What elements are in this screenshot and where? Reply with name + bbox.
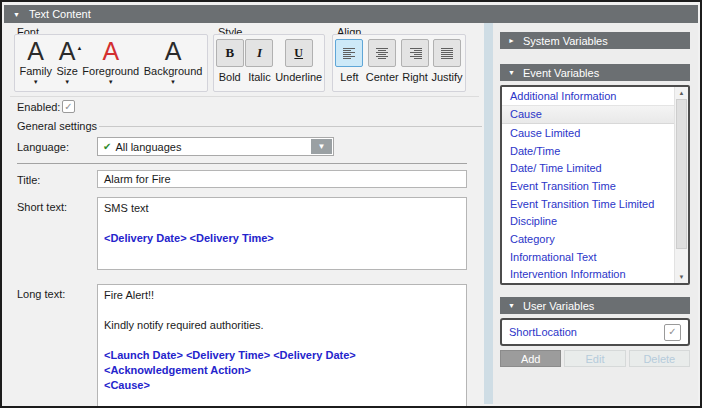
- font-background-icon: A: [165, 39, 182, 64]
- underline-icon: U: [285, 39, 313, 67]
- align-justify-button[interactable]: Justify: [431, 39, 462, 83]
- align-center-icon: [368, 39, 396, 67]
- title-label: Title:: [17, 174, 40, 186]
- user-variable-checkbox[interactable]: ✓: [664, 324, 681, 341]
- section-system-variables[interactable]: ► System Variables: [500, 32, 690, 49]
- align-left-button[interactable]: Left: [335, 39, 363, 83]
- user-variable-name: ShortLocation: [509, 326, 577, 338]
- font-background-label: Background: [144, 65, 203, 77]
- language-dropdown-button[interactable]: ▼: [311, 139, 332, 154]
- align-right-label: Right: [402, 71, 428, 83]
- align-right-button[interactable]: Right: [401, 39, 429, 83]
- font-background-button[interactable]: A Background ▼: [144, 39, 203, 85]
- font-foreground-button[interactable]: A Foreground ▼: [82, 39, 139, 85]
- long-text-line1: Fire Alert!!: [104, 288, 460, 303]
- italic-button[interactable]: I Italic: [245, 39, 273, 83]
- event-variables-list: Additional Information Cause Cause Limit…: [500, 85, 690, 285]
- bold-icon: B: [216, 39, 244, 67]
- align-center-button[interactable]: Center: [366, 39, 399, 83]
- event-variable-item[interactable]: Event Transition Time: [502, 177, 675, 195]
- event-variable-item[interactable]: Intervention Information: [502, 265, 675, 283]
- short-text-label: Short text:: [17, 201, 67, 213]
- style-group: B Bold I Italic U Underline: [213, 34, 325, 92]
- chevron-right-icon: ►: [508, 37, 515, 44]
- font-size-icon: A▲: [59, 39, 76, 64]
- check-icon: ✓: [668, 327, 676, 337]
- chevron-down-icon: ▼: [508, 69, 515, 76]
- scrollbar-thumb[interactable]: [676, 99, 687, 249]
- title-value: Alarm for Fire: [104, 173, 171, 185]
- event-variable-item[interactable]: Cause Limited: [502, 124, 675, 142]
- font-foreground-label: Foreground: [82, 65, 139, 77]
- enabled-checkbox[interactable]: ✓: [62, 100, 75, 113]
- title-input[interactable]: Alarm for Fire: [97, 170, 467, 188]
- user-variable-row[interactable]: ShortLocation ✓: [500, 318, 690, 346]
- add-button[interactable]: Add: [500, 350, 561, 367]
- chevron-down-icon: ▼: [170, 79, 176, 85]
- edit-button[interactable]: Edit: [564, 350, 625, 367]
- long-text-label: Long text:: [17, 288, 65, 300]
- event-variable-item[interactable]: Additional Information: [502, 87, 675, 105]
- panel-divider: [484, 23, 493, 404]
- align-left-icon: [335, 39, 363, 67]
- align-justify-icon: [433, 39, 461, 67]
- scroll-down-icon[interactable]: ▼: [675, 271, 688, 283]
- event-variable-item[interactable]: Discipline: [502, 212, 675, 230]
- chevron-down-icon: ▼: [33, 79, 39, 85]
- event-variable-item[interactable]: Date/ Time Limited: [502, 160, 675, 178]
- check-icon: ✔: [103, 141, 111, 152]
- align-center-label: Center: [366, 71, 399, 83]
- language-label: Language:: [17, 141, 69, 153]
- event-variables-title: Event Variables: [523, 67, 599, 79]
- scrollbar[interactable]: ▲ ▼: [674, 87, 688, 283]
- event-variable-item[interactable]: Date/Time: [502, 142, 675, 160]
- user-variable-actions: Add Edit Delete: [500, 350, 690, 367]
- check-icon: ✓: [64, 102, 72, 112]
- general-settings-label: General settings: [17, 120, 97, 132]
- section-separator: [17, 163, 467, 164]
- language-value: All languages: [115, 141, 181, 153]
- event-variable-item[interactable]: Category: [502, 230, 675, 248]
- italic-icon: I: [245, 39, 273, 67]
- collapse-icon: ▼: [13, 11, 20, 18]
- font-family-button[interactable]: A Family ▼: [20, 39, 52, 85]
- chevron-down-icon: ▼: [64, 79, 70, 85]
- bold-label: Bold: [219, 71, 241, 83]
- scroll-up-icon[interactable]: ▲: [675, 87, 688, 99]
- chevron-down-icon: ▼: [508, 302, 515, 309]
- short-text-line: SMS text: [104, 201, 460, 216]
- align-justify-label: Justify: [431, 71, 462, 83]
- section-user-variables[interactable]: ▼ User Variables: [500, 297, 690, 314]
- long-text-area[interactable]: Fire Alert!! Kindly notify required auth…: [97, 284, 467, 408]
- text-content-panel: ▼ Text Content Font A Family ▼ A▲ Size ▼…: [0, 0, 702, 408]
- panel-title: Text Content: [29, 8, 91, 20]
- bold-button[interactable]: B Bold: [216, 39, 244, 83]
- toolbar-separator: [10, 96, 479, 97]
- event-variable-item[interactable]: Informational Text: [502, 248, 675, 266]
- font-size-button[interactable]: A▲ Size ▼: [56, 39, 77, 85]
- system-variables-title: System Variables: [523, 35, 608, 47]
- font-family-label: Family: [20, 65, 52, 77]
- panel-titlebar[interactable]: ▼ Text Content: [4, 5, 698, 23]
- delete-button[interactable]: Delete: [629, 350, 690, 367]
- language-select[interactable]: ✔ All languages ▼: [97, 137, 334, 156]
- user-variables-title: User Variables: [523, 300, 594, 312]
- long-text-tags-line2: <Cause>: [104, 378, 460, 393]
- event-variable-item[interactable]: Event Transition Time Limited: [502, 195, 675, 213]
- font-foreground-icon: A: [102, 39, 119, 64]
- chevron-down-icon: ▼: [108, 79, 114, 85]
- event-variable-item-selected[interactable]: Cause: [502, 105, 675, 125]
- underline-button[interactable]: U Underline: [275, 39, 322, 83]
- align-group: Left Center Right Justify: [332, 34, 466, 92]
- enabled-label: Enabled:: [17, 101, 60, 113]
- long-text-tags-line1: <Launch Date> <Delivery Time> <Delivery …: [104, 348, 460, 378]
- short-text-area[interactable]: SMS text <Delivery Date> <Delivery Time>: [97, 197, 467, 270]
- align-left-label: Left: [340, 71, 358, 83]
- long-text-line2: Kindly notify required authorities.: [104, 318, 460, 333]
- font-group: A Family ▼ A▲ Size ▼ A Foreground ▼ A Ba…: [14, 34, 208, 92]
- chevron-down-icon: ▼: [318, 142, 326, 151]
- short-text-tags: <Delivery Date> <Delivery Time>: [104, 231, 460, 246]
- section-event-variables[interactable]: ▼ Event Variables: [500, 64, 690, 81]
- font-family-icon: A: [27, 39, 44, 64]
- align-right-icon: [401, 39, 429, 67]
